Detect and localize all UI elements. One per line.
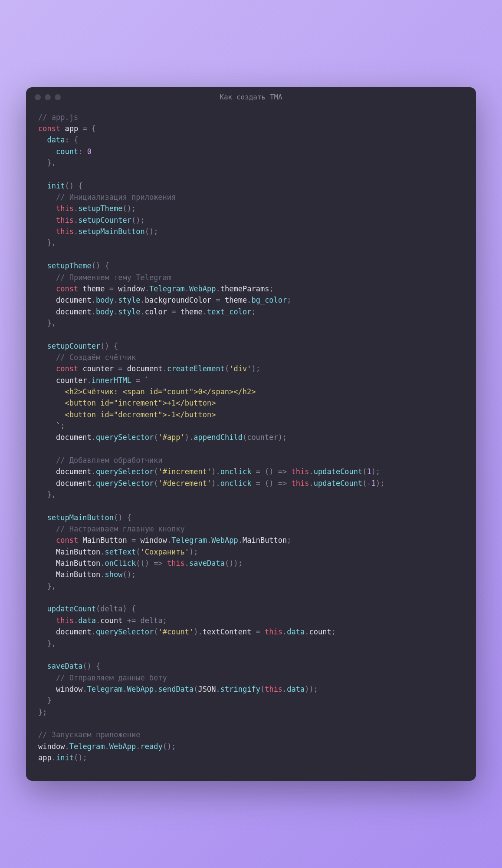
identifier: window: [118, 284, 144, 293]
keyword: this: [56, 616, 74, 625]
property: WebApp: [109, 742, 136, 751]
punct: .: [114, 296, 118, 304]
identifier: MainButton: [56, 570, 100, 579]
punct: .: [74, 204, 78, 213]
punct: (: [154, 467, 158, 476]
keyword: this: [265, 627, 282, 636]
identifier: app: [38, 753, 52, 762]
punct: );: [376, 479, 384, 488]
punct: ();: [145, 227, 158, 236]
punct: = {: [78, 124, 96, 133]
punct: (counter);: [243, 433, 287, 442]
punct: =: [131, 376, 145, 385]
string: `: [38, 422, 60, 430]
identifier: counter: [56, 376, 87, 385]
punct: (: [154, 433, 158, 442]
punct: () =>: [265, 479, 291, 488]
minimize-icon[interactable]: [45, 94, 51, 100]
property: count: [56, 147, 78, 156]
punct: .: [87, 376, 92, 385]
punct: .: [167, 536, 171, 545]
punct: .: [247, 296, 251, 304]
punct: () {: [82, 662, 100, 670]
code-comment: // app.js: [38, 113, 78, 122]
identifier: window: [38, 742, 65, 751]
property: onclick: [220, 479, 252, 488]
punct: () =>: [265, 467, 291, 476]
punct: .: [203, 307, 207, 316]
identifier: MainButton: [82, 536, 127, 545]
punct: },: [47, 238, 56, 247]
identifier: document: [56, 433, 92, 442]
string: <button id="increment">+1</button>: [38, 399, 216, 407]
punct: =: [251, 627, 265, 636]
punct: (: [260, 685, 265, 693]
punct: .: [96, 616, 100, 625]
method: saveData: [47, 662, 82, 670]
method: setupTheme: [47, 261, 91, 270]
method: setupMainButton: [47, 513, 114, 522]
punct: (: [154, 479, 158, 488]
identifier: theme: [82, 284, 105, 293]
property: MainButton: [243, 536, 287, 545]
punct: .: [100, 570, 105, 579]
window-title: Как создать TMA: [220, 93, 282, 101]
identifier: document: [56, 296, 92, 304]
code-block[interactable]: // app.js const app = { data: { count: 0…: [26, 107, 476, 781]
maximize-icon[interactable]: [55, 94, 61, 100]
punct: =: [251, 467, 265, 476]
keyword: this: [56, 216, 74, 224]
punct: .: [82, 685, 87, 693]
punct: =: [251, 479, 265, 488]
property: WebApp: [127, 685, 154, 693]
punct: () {: [114, 513, 131, 522]
property: Telegram: [69, 742, 105, 751]
punct: .: [185, 284, 189, 293]
punct: .: [65, 742, 69, 751]
number: 1: [371, 479, 376, 488]
identifier: MainButton: [56, 548, 100, 556]
punct: ;: [331, 627, 336, 636]
code-comment: // Создаём счётчик: [56, 353, 136, 362]
method: updateCount: [314, 479, 363, 488]
punct: .: [207, 536, 211, 545]
string: '#app': [158, 433, 184, 442]
property: innerHTML: [92, 376, 131, 385]
property: count: [309, 627, 331, 636]
punct: (: [362, 467, 367, 476]
property: WebApp: [189, 284, 216, 293]
identifier: document: [56, 627, 92, 636]
method: querySelector: [96, 627, 154, 636]
method: querySelector: [96, 479, 154, 488]
keyword: this: [56, 227, 74, 236]
punct: :: [78, 147, 87, 156]
property: Telegram: [87, 685, 123, 693]
method: setText: [105, 548, 136, 556]
identifier: document: [56, 467, 92, 476]
method: updateCount: [314, 467, 363, 476]
punct: (: [136, 559, 140, 568]
punct: );: [371, 467, 380, 476]
method: updateCount: [47, 604, 96, 613]
punct: ();: [74, 753, 87, 762]
punct: };: [38, 708, 47, 716]
punct: () {: [65, 182, 82, 190]
close-icon[interactable]: [35, 94, 41, 100]
property: Telegram: [171, 536, 207, 545]
punct: .: [74, 616, 78, 625]
punct: (: [225, 364, 229, 373]
method: querySelector: [96, 467, 154, 476]
identifier: MainButton: [56, 559, 100, 568]
keyword: this: [292, 479, 309, 488]
punct: ());: [225, 559, 243, 568]
titlebar: Как создать TMA: [26, 87, 476, 107]
punct: .: [92, 479, 96, 488]
property: data: [287, 627, 305, 636]
keyword: const: [56, 364, 78, 373]
punct: ;: [251, 307, 256, 316]
number: 1: [367, 467, 371, 476]
keyword: const: [56, 284, 78, 293]
string: '#decrement': [158, 479, 211, 488]
traffic-lights: [35, 94, 61, 100]
string: <button id="decrement">-1</button>: [38, 410, 216, 419]
